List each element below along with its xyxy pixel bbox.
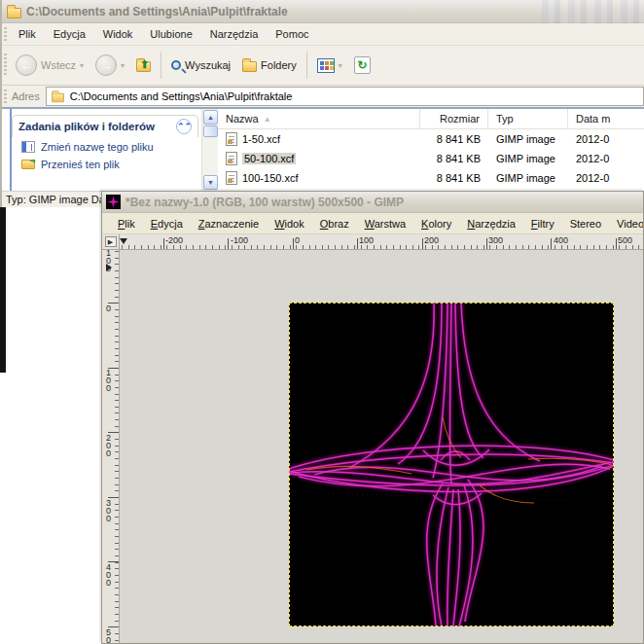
file-list: Nazwa▲ Rozmiar Typ Data m 1-50.xcf 8 841…: [218, 109, 644, 191]
file-row-selected[interactable]: 50-100.xcf 8 841 KB GIMP image 2012-0: [218, 149, 644, 168]
address-label: Adres: [12, 90, 40, 102]
folders-icon: [242, 61, 257, 72]
gimp-menu-edycja[interactable]: Edycja: [143, 215, 191, 233]
search-icon: [171, 60, 181, 70]
search-label: Wyszukaj: [185, 59, 231, 71]
back-icon: ←: [16, 54, 37, 76]
column-header-type[interactable]: Typ: [488, 109, 568, 128]
forward-dropdown-icon[interactable]: ▾: [121, 61, 125, 70]
gimp-titlebar[interactable]: *Bez nazwy-1.0 (RGB, 100 warstw) 500x500…: [102, 192, 643, 213]
fractal-image-canvas[interactable]: [289, 303, 614, 626]
gimp-menu-obraz[interactable]: Obraz: [312, 215, 357, 233]
collapse-chevron-icon[interactable]: ⌃⌃: [176, 119, 192, 134]
sort-asc-icon: ▲: [264, 115, 271, 124]
gimp-menu-narzedzia[interactable]: Narzędzia: [459, 215, 523, 233]
menu-widok[interactable]: Widok: [94, 26, 142, 42]
column-header-size[interactable]: Rozmiar: [420, 109, 488, 128]
column-header-date[interactable]: Data m: [568, 109, 644, 128]
horizontal-ruler: -200 -100 0 100 200 300 400 500: [120, 234, 643, 250]
explorer-body: Zadania plików i folderów ⌃⌃ Zmień nazwę…: [2, 109, 644, 191]
fractal-image: [289, 303, 614, 626]
address-path: C:\Documents and Settings\Ania\Pulpit\fr…: [70, 90, 293, 102]
menu-plik[interactable]: Plik: [10, 26, 45, 42]
rename-file-icon: [21, 141, 35, 153]
explorer-folder-icon: [7, 8, 21, 18]
folders-button[interactable]: Foldery: [236, 55, 303, 75]
views-dropdown-icon[interactable]: ▾: [339, 61, 342, 70]
toolbar-grip: [4, 54, 7, 77]
gimp-window: *Bez nazwy-1.0 (RGB, 100 warstw) 500x500…: [101, 191, 644, 644]
move-file-icon: [21, 160, 35, 169]
address-folder-icon: [52, 93, 64, 102]
task-move-file[interactable]: Przenieś ten plik: [12, 155, 198, 172]
forward-button[interactable]: → ▾: [89, 52, 130, 79]
up-folder-icon: ⬆: [136, 61, 151, 72]
status-text: Typ: GIMP image Da: [6, 194, 105, 205]
gimp-menu-plik[interactable]: Plik: [110, 215, 143, 233]
address-bar: Adres C:\Documents and Settings\Ania\Pul…: [2, 86, 644, 109]
gimp-menubar: Plik Edycja Zaznaczenie Widok Obraz Wars…: [102, 213, 643, 234]
gimp-file-icon: [226, 132, 237, 146]
gimp-menu-widok[interactable]: Widok: [267, 215, 312, 233]
addressbar-grip: [4, 89, 7, 102]
up-button[interactable]: ⬆: [130, 55, 157, 75]
address-input[interactable]: C:\Documents and Settings\Ania\Pulpit\fr…: [46, 87, 644, 106]
task-rename-label: Zmień nazwę tego pliku: [41, 141, 154, 153]
screen: C:\Documents and Settings\Ania\Pulpit\fr…: [0, 0, 644, 644]
menubar-grip: [4, 27, 7, 40]
views-icon: [317, 58, 335, 73]
menu-narzedzia[interactable]: Narzędzia: [201, 26, 268, 42]
scrollbar-thumb[interactable]: [203, 125, 218, 137]
file-row[interactable]: 1-50.xcf 8 841 KB GIMP image 2012-0: [218, 129, 644, 149]
toolbar-separator: [161, 52, 161, 79]
back-label: Wstecz: [41, 59, 76, 71]
vertical-ruler: 100 0 100 200 300 400 500: [102, 250, 120, 643]
menu-edycja[interactable]: Edycja: [45, 26, 94, 42]
scroll-up-icon[interactable]: ▲: [203, 110, 218, 125]
search-button[interactable]: Wyszukaj: [165, 56, 236, 74]
views-button[interactable]: ▾: [311, 55, 348, 76]
explorer-menubar: Plik Edycja Widok Ulubione Narzędzia Pom…: [2, 23, 644, 46]
task-panel-title: Zadania plików i folderów: [18, 121, 155, 132]
back-dropdown-icon[interactable]: ▾: [80, 61, 84, 70]
forward-icon: →: [95, 54, 117, 76]
task-panel-header[interactable]: Zadania plików i folderów ⌃⌃: [12, 115, 198, 137]
task-rename-file[interactable]: Zmień nazwę tego pliku: [12, 137, 198, 155]
gimp-menu-filtry[interactable]: Filtry: [523, 215, 562, 233]
gimp-menu-kolory[interactable]: Kolory: [413, 215, 459, 233]
ruler-pointer-icon: [120, 238, 127, 244]
gimp-file-icon: [226, 171, 237, 185]
refresh-button[interactable]: ↻: [348, 54, 376, 77]
refresh-icon: ↻: [354, 56, 371, 74]
gimp-file-icon: [226, 152, 237, 165]
task-move-label: Przenieś ten plik: [41, 159, 120, 170]
gimp-window-icon: [106, 195, 121, 209]
gimp-canvas-area: ▶ -200 -100 0 100 200 300 400 500 100 0 …: [102, 234, 643, 643]
column-header-name[interactable]: Nazwa▲: [218, 109, 420, 128]
explorer-toolbar: ← Wstecz ▾ → ▾ ⬆ Wyszukaj Foldery: [2, 46, 644, 86]
scroll-down-icon[interactable]: ▼: [203, 175, 218, 190]
explorer-window: C:\Documents and Settings\Ania\Pulpit\fr…: [0, 0, 644, 207]
menu-pomoc[interactable]: Pomoc: [267, 26, 317, 42]
gimp-menu-warstwa[interactable]: Warstwa: [357, 215, 413, 233]
gimp-menu-stereo[interactable]: Stereo: [562, 215, 609, 233]
gimp-menu-video[interactable]: Video: [609, 215, 644, 233]
explorer-title: C:\Documents and Settings\Ania\Pulpit\fr…: [26, 5, 288, 18]
file-row[interactable]: 100-150.xcf 8 841 KB GIMP image 2012-0: [218, 168, 644, 188]
background-window-edge: [0, 207, 6, 373]
menu-ulubione[interactable]: Ulubione: [141, 26, 200, 42]
toolbar-separator: [306, 52, 307, 79]
file-list-header: Nazwa▲ Rozmiar Typ Data m: [218, 109, 644, 129]
gimp-menu-zaznaczenie[interactable]: Zaznaczenie: [191, 215, 267, 233]
task-panel-scrollbar[interactable]: ▲ ▼: [201, 109, 218, 191]
back-button[interactable]: ← Wstecz ▾: [10, 52, 89, 79]
explorer-titlebar[interactable]: C:\Documents and Settings\Ania\Pulpit\fr…: [2, 0, 644, 23]
desktop-backdrop: [0, 207, 101, 644]
gimp-title: *Bez nazwy-1.0 (RGB, 100 warstw) 500x500…: [125, 196, 404, 209]
task-panel: Zadania plików i folderów ⌃⌃ Zmień nazwę…: [12, 115, 198, 191]
folders-label: Foldery: [261, 59, 297, 71]
ruler-menu-button[interactable]: ▶: [102, 234, 120, 250]
